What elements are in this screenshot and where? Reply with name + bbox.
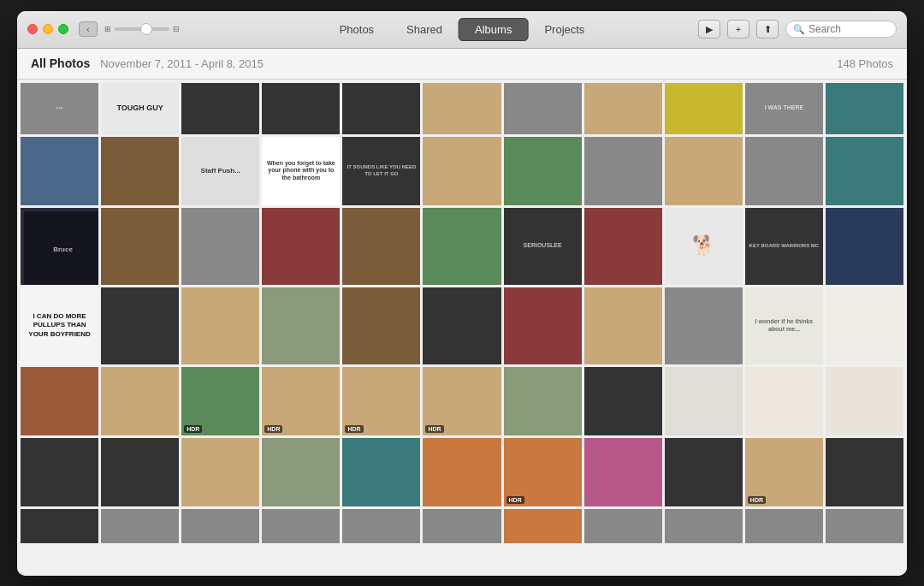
photo-cell[interactable]: HDR xyxy=(262,367,340,435)
photo-cell[interactable]: TOUGH GUY xyxy=(101,83,179,134)
tab-albums[interactable]: Albums xyxy=(459,18,528,41)
photo-cell[interactable] xyxy=(181,509,259,543)
photo-cell[interactable] xyxy=(423,509,500,543)
photo-cell[interactable] xyxy=(584,137,662,205)
back-icon: ‹ xyxy=(86,25,89,34)
close-button[interactable] xyxy=(27,24,38,34)
photo-cell[interactable] xyxy=(342,83,420,134)
photo-cell[interactable] xyxy=(665,438,743,506)
photo-cell[interactable] xyxy=(262,208,340,285)
photo-cell[interactable]: HDR xyxy=(342,367,420,435)
photo-cell[interactable] xyxy=(745,137,823,205)
minimize-button[interactable] xyxy=(43,24,53,34)
photo-cell[interactable] xyxy=(181,438,259,506)
photo-cell[interactable]: Staff Push... xyxy=(181,137,259,205)
photo-cell[interactable] xyxy=(262,438,340,506)
photo-cell[interactable] xyxy=(101,367,179,435)
photo-cell[interactable]: HDR xyxy=(504,438,582,506)
photo-cell[interactable] xyxy=(584,509,662,543)
photo-cell[interactable] xyxy=(342,509,420,543)
photo-cell[interactable]: HDR xyxy=(745,438,823,506)
photo-cell[interactable]: I wonder if he thinks about me... xyxy=(745,287,823,364)
photo-cell[interactable] xyxy=(826,208,903,285)
back-button[interactable]: ‹ xyxy=(79,21,98,37)
photo-cell[interactable] xyxy=(665,509,743,543)
photo-cell[interactable]: KEY BOARD WARRIORS MC xyxy=(745,208,823,285)
photo-cell[interactable] xyxy=(342,287,420,364)
hdr-badge: HDR xyxy=(184,425,202,433)
photo-cell[interactable] xyxy=(826,83,903,134)
photo-cell[interactable] xyxy=(262,287,340,364)
photo-grid: ··· TOUGH GUY I WAS THERE Staff Push... xyxy=(17,80,907,576)
photo-cell[interactable] xyxy=(665,287,743,364)
tab-shared[interactable]: Shared xyxy=(390,18,459,41)
slider-thumb[interactable] xyxy=(140,23,152,35)
photo-cell[interactable]: I CAN DO MORE PULLUPS THAN YOUR BOYFRIEN… xyxy=(21,287,98,364)
photo-cell[interactable]: IT SOUNDS LIKE YOU NEED TO LET IT GO xyxy=(342,137,420,205)
photo-cell[interactable] xyxy=(826,509,903,543)
add-button[interactable]: + xyxy=(727,20,749,38)
photo-cell[interactable] xyxy=(584,367,662,435)
photo-cell[interactable]: I WAS THERE xyxy=(745,83,823,134)
photo-row: HDR HDR xyxy=(21,438,903,506)
fullscreen-button[interactable] xyxy=(58,24,68,34)
tab-photos[interactable]: Photos xyxy=(323,18,390,41)
photo-cell[interactable] xyxy=(21,137,98,205)
photo-cell[interactable] xyxy=(101,438,179,506)
photo-cell[interactable] xyxy=(342,438,420,506)
photo-cell[interactable] xyxy=(181,287,259,364)
search-box[interactable]: 🔍 xyxy=(785,21,897,38)
photo-cell[interactable] xyxy=(423,208,500,285)
photo-cell[interactable] xyxy=(584,287,662,364)
photo-cell[interactable] xyxy=(101,208,179,285)
tab-projects[interactable]: Projects xyxy=(528,18,601,41)
photo-cell[interactable] xyxy=(826,367,903,435)
photo-cell[interactable] xyxy=(423,137,500,205)
photo-cell[interactable] xyxy=(21,438,98,506)
photo-cell[interactable] xyxy=(504,137,582,205)
photo-row: Staff Push... When you forget to take yo… xyxy=(21,137,903,205)
photo-cell[interactable] xyxy=(504,367,582,435)
photo-cell[interactable] xyxy=(342,208,420,285)
photo-cell[interactable] xyxy=(826,287,903,364)
photo-cell[interactable] xyxy=(826,438,903,506)
photo-cell[interactable]: HDR xyxy=(181,367,259,435)
photo-cell[interactable] xyxy=(21,367,98,435)
photo-cell[interactable] xyxy=(665,137,743,205)
photo-count: 148 Photos xyxy=(837,57,893,70)
photo-cell[interactable] xyxy=(101,287,179,364)
photo-cell[interactable]: SERIOUSLEE xyxy=(504,208,582,285)
photo-cell[interactable] xyxy=(504,287,582,364)
photo-cell[interactable]: Bruce xyxy=(21,208,98,285)
search-input[interactable] xyxy=(808,23,889,35)
photo-cell[interactable] xyxy=(584,438,662,506)
photo-cell[interactable] xyxy=(504,509,582,543)
photo-cell[interactable] xyxy=(584,208,662,285)
photo-cell[interactable] xyxy=(262,509,340,543)
photo-cell[interactable] xyxy=(181,208,259,285)
photo-cell[interactable] xyxy=(584,83,662,134)
zoom-slider[interactable]: ⊞ ⊟ xyxy=(104,25,180,33)
photo-cell[interactable] xyxy=(423,287,500,364)
photo-cell[interactable] xyxy=(745,367,823,435)
slider-track[interactable] xyxy=(115,27,169,31)
share-button[interactable]: ⬆ xyxy=(756,20,779,38)
photo-cell[interactable] xyxy=(504,83,582,134)
photo-cell[interactable] xyxy=(745,509,823,543)
photo-cell[interactable]: HDR xyxy=(423,367,500,435)
photo-cell[interactable]: When you forget to take your phone with … xyxy=(262,137,340,205)
photo-cell[interactable] xyxy=(423,83,500,134)
photo-cell[interactable] xyxy=(101,509,179,543)
photo-cell[interactable]: ··· xyxy=(21,83,98,134)
photo-row: Bruce SERIOUSLEE 🐕 KEY BOARD WARRIORS MC xyxy=(21,208,903,285)
photo-cell[interactable] xyxy=(826,137,903,205)
photo-cell[interactable] xyxy=(101,137,179,205)
photo-cell[interactable] xyxy=(181,83,259,134)
photo-cell[interactable]: 🐕 xyxy=(665,208,743,285)
photo-cell[interactable] xyxy=(423,438,500,506)
photo-cell[interactable] xyxy=(665,367,743,435)
photo-cell[interactable] xyxy=(21,509,98,543)
photo-cell[interactable] xyxy=(665,83,743,134)
play-button[interactable]: ▶ xyxy=(698,20,720,38)
photo-cell[interactable] xyxy=(262,83,340,134)
